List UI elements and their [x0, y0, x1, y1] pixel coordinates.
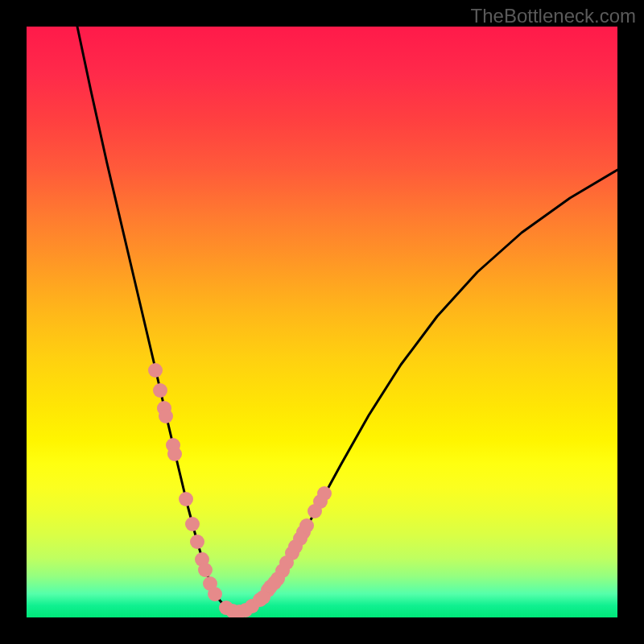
data-point — [308, 504, 322, 518]
bottleneck-curve — [77, 27, 617, 612]
watermark-text: TheBottleneck.com — [471, 5, 636, 27]
data-point — [256, 590, 270, 605]
data-point — [190, 535, 204, 549]
plot-area — [27, 27, 617, 617]
data-point — [198, 563, 213, 577]
data-point — [179, 492, 193, 506]
data-point — [185, 517, 200, 531]
data-point — [267, 576, 282, 590]
data-point — [208, 587, 222, 601]
data-point — [167, 447, 182, 461]
data-point — [288, 539, 303, 554]
data-point — [299, 518, 314, 533]
data-point — [148, 363, 163, 378]
chart-svg — [27, 27, 617, 617]
scatter-dots — [148, 363, 332, 617]
data-point — [159, 409, 173, 423]
data-point — [153, 383, 167, 398]
data-point — [279, 555, 294, 570]
data-point — [317, 486, 332, 501]
